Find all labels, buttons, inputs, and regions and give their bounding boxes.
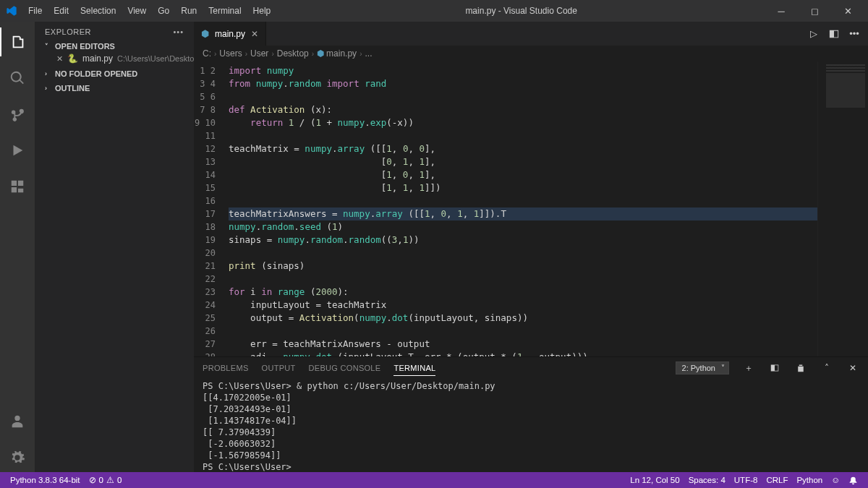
sidebar-more-icon[interactable]: ••• xyxy=(173,27,184,36)
settings-gear-icon[interactable] xyxy=(0,443,35,472)
panel-tab-terminal[interactable]: TERMINAL xyxy=(393,361,435,376)
status-encoding[interactable]: UTF-8 xyxy=(730,476,762,484)
terminal-selector-dropdown[interactable]: 2: Python xyxy=(676,361,729,374)
close-icon[interactable]: ✕ xyxy=(251,29,258,39)
tab-main-py[interactable]: ⬢ main.py ✕ xyxy=(194,22,266,46)
status-feedback-icon[interactable]: ☺ xyxy=(827,476,844,484)
main-area: EXPLORER ••• ˅OPEN EDITORS ✕ 🐍 main.py C… xyxy=(0,22,868,472)
run-file-icon[interactable]: ▷ xyxy=(807,27,820,40)
terminal-output[interactable]: PS C:\Users\User> & python c:/Users/User… xyxy=(194,379,868,472)
panel-tab-problems[interactable]: PROBLEMS xyxy=(203,361,249,375)
python-file-icon: ⬢ xyxy=(201,28,209,39)
menu-terminal[interactable]: Terminal xyxy=(203,3,246,19)
search-icon[interactable] xyxy=(0,64,35,93)
vscode-logo-icon xyxy=(6,5,17,17)
menu-bar: File Edit Selection View Go Run Terminal… xyxy=(23,3,276,19)
kill-terminal-icon[interactable] xyxy=(794,361,807,374)
breadcrumb[interactable]: C:› Users› User› Desktop› ⬢ main.py› ... xyxy=(194,46,868,61)
tab-label: main.py xyxy=(215,29,245,39)
no-folder-header[interactable]: ›NO FOLDER OPENED xyxy=(35,68,194,80)
accounts-icon[interactable] xyxy=(0,407,35,436)
maximize-button[interactable]: ◻ xyxy=(800,0,829,22)
more-actions-icon[interactable]: ••• xyxy=(848,27,861,40)
minimize-button[interactable]: ─ xyxy=(767,0,796,22)
sidebar-title: EXPLORER ••• xyxy=(35,22,194,39)
menu-view[interactable]: View xyxy=(122,3,151,19)
menu-edit[interactable]: Edit xyxy=(48,3,74,19)
new-terminal-icon[interactable]: ＋ xyxy=(742,361,755,374)
panel-tabs: PROBLEMS OUTPUT DEBUG CONSOLE TERMINAL 2… xyxy=(194,357,868,379)
breadcrumb-item[interactable]: Users xyxy=(219,48,242,59)
open-editors-header[interactable]: ˅OPEN EDITORS xyxy=(35,40,194,52)
close-icon[interactable]: ✕ xyxy=(56,54,63,64)
run-debug-icon[interactable] xyxy=(0,136,35,165)
menu-selection[interactable]: Selection xyxy=(75,3,121,19)
outline-section: ›OUTLINE xyxy=(35,81,194,95)
file-path: C:\Users\User\Desktop xyxy=(117,54,198,63)
python-file-icon: 🐍 xyxy=(67,53,78,64)
extensions-icon[interactable] xyxy=(0,172,35,201)
editor-actions: ▷ ••• xyxy=(800,22,868,46)
editor-area: ⬢ main.py ✕ ▷ ••• C:› Users› User› Deskt… xyxy=(194,22,868,472)
titlebar: File Edit Selection View Go Run Terminal… xyxy=(0,0,868,22)
status-notifications-icon[interactable] xyxy=(844,476,862,485)
status-python-version[interactable]: Python 3.8.3 64-bit xyxy=(6,476,85,484)
split-editor-icon[interactable] xyxy=(827,27,841,40)
menu-file[interactable]: File xyxy=(23,3,47,19)
breadcrumb-item[interactable]: Desktop xyxy=(277,48,309,59)
file-name: main.py xyxy=(82,53,113,64)
editor-body[interactable]: 1 2 3 4 5 6 7 8 9 10 11 12 13 14 15 16 1… xyxy=(194,61,868,356)
panel-tab-debug-console[interactable]: DEBUG CONSOLE xyxy=(309,361,381,375)
sidebar: EXPLORER ••• ˅OPEN EDITORS ✕ 🐍 main.py C… xyxy=(35,22,194,472)
menu-go[interactable]: Go xyxy=(153,3,174,19)
bottom-panel: PROBLEMS OUTPUT DEBUG CONSOLE TERMINAL 2… xyxy=(194,356,868,472)
source-control-icon[interactable] xyxy=(0,100,35,129)
window-controls: ─ ◻ ✕ xyxy=(767,0,862,22)
status-eol[interactable]: CRLF xyxy=(762,476,792,484)
split-terminal-icon[interactable] xyxy=(768,361,781,374)
panel-tab-output[interactable]: OUTPUT xyxy=(262,361,296,375)
breadcrumb-item[interactable]: User xyxy=(250,48,268,59)
open-editor-item[interactable]: ✕ 🐍 main.py C:\Users\User\Desktop xyxy=(35,52,194,65)
status-language[interactable]: Python xyxy=(792,476,827,484)
outline-header[interactable]: ›OUTLINE xyxy=(35,82,194,94)
breadcrumb-item[interactable]: ... xyxy=(365,48,372,59)
error-icon: ⊘ xyxy=(89,475,96,485)
menu-help[interactable]: Help xyxy=(248,3,276,19)
breadcrumb-item[interactable]: ⬢ main.py xyxy=(317,48,357,59)
status-bar: Python 3.8.3 64-bit ⊘0 ⚠0 Ln 12, Col 50 … xyxy=(0,472,868,488)
explorer-icon[interactable] xyxy=(0,27,35,56)
status-cursor-position[interactable]: Ln 12, Col 50 xyxy=(626,476,684,484)
status-indentation[interactable]: Spaces: 4 xyxy=(684,476,730,484)
status-problems[interactable]: ⊘0 ⚠0 xyxy=(85,475,127,485)
line-numbers: 1 2 3 4 5 6 7 8 9 10 11 12 13 14 15 16 1… xyxy=(194,61,223,356)
maximize-panel-icon[interactable]: ˄ xyxy=(820,361,833,374)
activity-bar xyxy=(0,22,35,472)
breadcrumb-item[interactable]: C: xyxy=(203,48,211,59)
warning-icon: ⚠ xyxy=(106,475,114,485)
menu-run[interactable]: Run xyxy=(176,3,202,19)
close-button[interactable]: ✕ xyxy=(833,0,862,22)
open-editors-section: ˅OPEN EDITORS ✕ 🐍 main.py C:\Users\User\… xyxy=(35,39,194,67)
no-folder-section: ›NO FOLDER OPENED xyxy=(35,67,194,81)
editor-tabs: ⬢ main.py ✕ ▷ ••• xyxy=(194,22,868,46)
window-title: main.py - Visual Studio Code xyxy=(276,6,767,16)
close-panel-icon[interactable]: ✕ xyxy=(846,361,859,374)
minimap[interactable] xyxy=(817,61,868,356)
code-content[interactable]: import numpy from numpy.random import ra… xyxy=(223,61,817,356)
